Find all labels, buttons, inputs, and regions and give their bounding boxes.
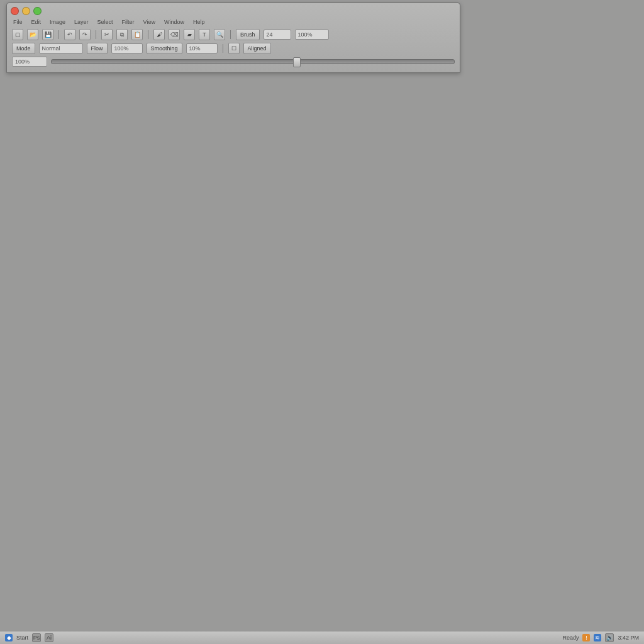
save-button[interactable]: 💾 [42,29,53,40]
separator [223,44,223,53]
copy-button[interactable]: ⧉ [116,29,128,40]
undo-button[interactable]: ↶ [64,29,75,40]
eraser-tool-button[interactable]: ⌫ [169,29,180,40]
options-toolbar: Mode Normal Flow 100% Smoothing 10% ☐ Al… [7,42,460,55]
zoom-level-field[interactable]: 100% [12,57,47,67]
menu-file[interactable]: File [13,19,23,25]
zoom-slider-thumb[interactable] [293,57,301,67]
menu-edit[interactable]: Edit [31,19,42,25]
smoothing-field[interactable]: 10% [186,43,218,53]
separator [230,30,231,39]
start-button[interactable]: ◆ [5,634,13,641]
text-tool-button[interactable]: T [199,29,210,40]
menu-window[interactable]: Window [164,19,184,25]
os-taskbar: ◆ Start Ps Ai Ready ! ≋ 🔊 3:42 PM [0,631,644,644]
menu-select[interactable]: Select [97,19,113,25]
menu-layer[interactable]: Layer [74,19,89,25]
paste-button[interactable]: 📋 [131,29,143,40]
zoom-toolbar: 100% [7,56,460,67]
fill-tool-button[interactable]: ▰ [184,29,195,40]
aligned-checkbox[interactable]: ☐ [228,43,240,54]
separator [58,30,59,39]
network-icon[interactable]: ≋ [594,634,601,641]
start-label[interactable]: Start [16,635,28,641]
blend-mode-select[interactable]: Normal [39,43,83,53]
app-window-chrome: File Edit Image Layer Select Filter View… [6,3,460,73]
redo-button[interactable]: ↷ [79,29,91,40]
brush-label: Brush [236,29,260,40]
minimize-icon[interactable] [22,7,30,15]
flow-field[interactable]: 100% [111,43,143,53]
status-text: Ready [562,635,579,641]
menubar: File Edit Image Layer Select Filter View… [7,17,460,27]
zoom-tool-button[interactable]: 🔍 [214,29,225,40]
document-canvas[interactable] [6,3,639,630]
taskbar-app-1[interactable]: Ps [32,633,41,642]
titlebar[interactable] [7,3,460,16]
flow-label: Flow [87,43,108,54]
brush-tool-button[interactable]: 🖌 [153,29,165,40]
volume-icon[interactable]: 🔊 [605,633,614,642]
cut-button[interactable]: ✂ [101,29,113,40]
notification-icon[interactable]: ! [582,634,590,641]
clock[interactable]: 3:42 PM [618,635,639,641]
opacity-field[interactable]: 100% [295,30,329,40]
mode-label: Mode [12,43,35,54]
menu-filter[interactable]: Filter [122,19,135,25]
zoom-icon[interactable] [33,7,42,15]
menu-view[interactable]: View [143,19,155,25]
open-file-button[interactable]: 📂 [27,29,38,40]
taskbar-app-2[interactable]: Ai [45,633,53,642]
separator [96,30,96,39]
separator [148,30,148,39]
aligned-label: Aligned [243,43,271,54]
smoothing-label: Smoothing [147,43,182,54]
main-toolbar: ▢ 📂 💾 ↶ ↷ ✂ ⧉ 📋 🖌 ⌫ ▰ T 🔍 Brush 24 100% [7,28,460,41]
zoom-slider[interactable] [51,59,455,64]
menu-image[interactable]: Image [50,19,65,25]
close-icon[interactable] [11,7,19,15]
canvas-artwork [84,90,562,568]
new-file-button[interactable]: ▢ [12,29,23,40]
menu-help[interactable]: Help [193,19,205,25]
brush-size-field[interactable]: 24 [264,30,291,40]
